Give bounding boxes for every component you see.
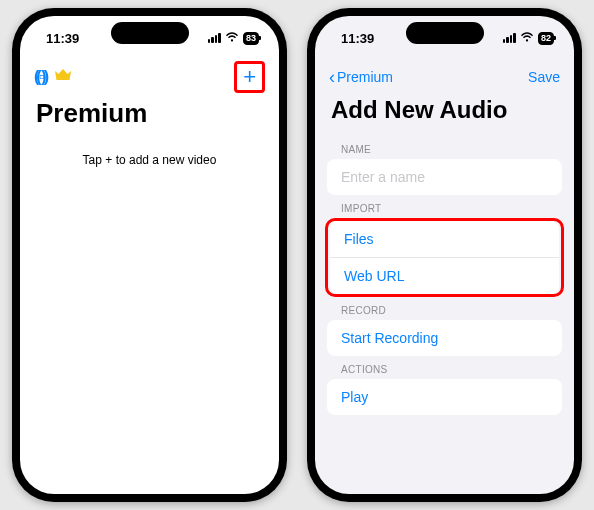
add-button-highlight: + bbox=[234, 61, 265, 93]
record-group: Start Recording bbox=[327, 320, 562, 356]
vibrate-icon[interactable]: ((▫)) bbox=[34, 68, 46, 86]
battery-icon: 83 bbox=[243, 32, 259, 45]
play-button[interactable]: Play bbox=[327, 379, 562, 415]
dynamic-island bbox=[111, 22, 189, 44]
add-button[interactable]: + bbox=[243, 64, 256, 89]
name-group: Enter a name bbox=[327, 159, 562, 195]
import-files-button[interactable]: Files bbox=[330, 221, 559, 257]
name-input[interactable]: Enter a name bbox=[327, 159, 562, 195]
wifi-icon bbox=[225, 32, 239, 44]
phone-mockup-right: 11:39 82 ‹ Premium Save Add New Audio NA… bbox=[307, 8, 582, 502]
dynamic-island bbox=[406, 22, 484, 44]
empty-state-message: Tap + to add a new video bbox=[20, 153, 279, 167]
chevron-left-icon: ‹ bbox=[329, 68, 335, 86]
section-label-record: RECORD bbox=[315, 297, 574, 320]
page-title: Premium bbox=[20, 94, 279, 139]
start-recording-button[interactable]: Start Recording bbox=[327, 320, 562, 356]
back-label: Premium bbox=[337, 69, 393, 85]
import-group: Files Web URL bbox=[330, 221, 559, 294]
phone-mockup-left: 11:39 83 ((▫)) + Premium Tap + to add a … bbox=[12, 8, 287, 502]
status-right: 82 bbox=[503, 32, 554, 45]
save-button[interactable]: Save bbox=[528, 69, 560, 85]
nav-bar: ((▫)) + bbox=[20, 60, 279, 94]
section-label-actions: ACTIONS bbox=[315, 356, 574, 379]
nav-left-icons: ((▫)) bbox=[34, 68, 72, 86]
crown-icon[interactable] bbox=[54, 68, 72, 86]
status-time: 11:39 bbox=[46, 31, 79, 46]
cellular-signal-icon bbox=[503, 33, 516, 43]
screen-left: 11:39 83 ((▫)) + Premium Tap + to add a … bbox=[20, 16, 279, 494]
cellular-signal-icon bbox=[208, 33, 221, 43]
import-weburl-button[interactable]: Web URL bbox=[330, 257, 559, 294]
status-time: 11:39 bbox=[341, 31, 374, 46]
page-title: Add New Audio bbox=[315, 94, 574, 136]
actions-group: Play bbox=[327, 379, 562, 415]
nav-bar: ‹ Premium Save bbox=[315, 60, 574, 94]
section-label-import: IMPORT bbox=[315, 195, 574, 218]
section-label-name: NAME bbox=[315, 136, 574, 159]
back-button[interactable]: ‹ Premium bbox=[329, 68, 393, 86]
status-right: 83 bbox=[208, 32, 259, 45]
battery-icon: 82 bbox=[538, 32, 554, 45]
wifi-icon bbox=[520, 32, 534, 44]
import-group-highlight: Files Web URL bbox=[325, 218, 564, 297]
screen-right: 11:39 82 ‹ Premium Save Add New Audio NA… bbox=[315, 16, 574, 494]
